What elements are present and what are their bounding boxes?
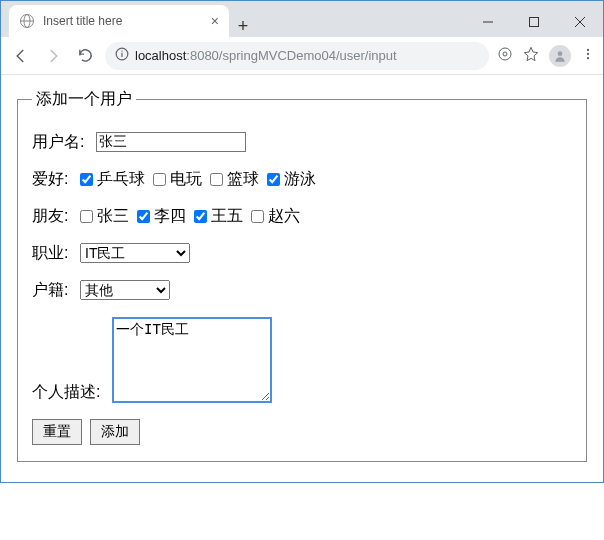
submit-button[interactable]: 添加: [90, 419, 140, 445]
friend-checkbox[interactable]: [251, 210, 264, 223]
browser-window: Insert title here × + localhost:8080/spr…: [0, 0, 604, 483]
page-content: 添加一个用户 用户名: 爱好: 乒乓球电玩篮球游泳 朋友: 张三李四王五赵六 职…: [1, 75, 603, 482]
info-icon: [115, 47, 129, 64]
origin-label: 户籍:: [32, 280, 80, 301]
url-text: localhost:8080/springMVCDemo04/user/inpu…: [135, 48, 397, 63]
address-bar[interactable]: localhost:8080/springMVCDemo04/user/inpu…: [105, 42, 489, 70]
star-icon[interactable]: [523, 46, 539, 65]
globe-icon: [19, 13, 35, 29]
button-row: 重置 添加: [32, 419, 572, 445]
maximize-button[interactable]: [511, 7, 557, 37]
user-form-fieldset: 添加一个用户 用户名: 爱好: 乒乓球电玩篮球游泳 朋友: 张三李四王五赵六 职…: [17, 89, 587, 462]
hobby-item: 电玩: [153, 169, 202, 190]
window-controls: [465, 7, 603, 37]
row-origin: 户籍: 其他: [32, 280, 572, 301]
close-window-button[interactable]: [557, 7, 603, 37]
close-icon[interactable]: ×: [211, 13, 219, 29]
username-label: 用户名:: [32, 132, 96, 153]
hobby-item: 乒乓球: [80, 169, 145, 190]
svg-point-10: [503, 52, 507, 56]
friends-group: 张三李四王五赵六: [80, 206, 304, 227]
friend-label: 赵六: [268, 206, 300, 227]
description-textarea[interactable]: [112, 317, 272, 403]
friend-label: 王五: [211, 206, 243, 227]
svg-point-14: [587, 53, 589, 55]
friend-checkbox[interactable]: [80, 210, 93, 223]
profile-avatar-icon[interactable]: [549, 45, 571, 67]
hobby-checkbox[interactable]: [267, 173, 280, 186]
origin-select[interactable]: 其他: [80, 280, 170, 300]
hobby-group: 乒乓球电玩篮球游泳: [80, 169, 320, 190]
hobby-checkbox[interactable]: [210, 173, 223, 186]
new-tab-button[interactable]: +: [229, 16, 257, 37]
hobby-label: 电玩: [170, 169, 202, 190]
svg-point-15: [587, 57, 589, 59]
friend-label: 李四: [154, 206, 186, 227]
hobby-label: 乒乓球: [97, 169, 145, 190]
username-input[interactable]: [96, 132, 246, 152]
friend-item: 李四: [137, 206, 186, 227]
job-label: 职业:: [32, 243, 80, 264]
row-job: 职业: IT民工: [32, 243, 572, 264]
hobby-item: 篮球: [210, 169, 259, 190]
back-button[interactable]: [9, 44, 33, 68]
friends-label: 朋友:: [32, 206, 80, 227]
forward-button[interactable]: [41, 44, 65, 68]
hobby-item: 游泳: [267, 169, 316, 190]
browser-tab[interactable]: Insert title here ×: [9, 5, 229, 37]
friend-item: 张三: [80, 206, 129, 227]
friend-item: 赵六: [251, 206, 300, 227]
toolbar-right: [497, 45, 595, 67]
hobby-checkbox[interactable]: [153, 173, 166, 186]
row-username: 用户名:: [32, 132, 572, 153]
tab-strip: Insert title here × +: [1, 1, 603, 37]
friend-item: 王五: [194, 206, 243, 227]
description-label: 个人描述:: [32, 382, 112, 403]
browser-toolbar: localhost:8080/springMVCDemo04/user/inpu…: [1, 37, 603, 75]
svg-point-13: [587, 49, 589, 51]
row-friends: 朋友: 张三李四王五赵六: [32, 206, 572, 227]
row-description: 个人描述:: [32, 317, 572, 403]
job-select[interactable]: IT民工: [80, 243, 190, 263]
row-hobby: 爱好: 乒乓球电玩篮球游泳: [32, 169, 572, 190]
friend-label: 张三: [97, 206, 129, 227]
svg-point-9: [121, 50, 122, 51]
minimize-button[interactable]: [465, 7, 511, 37]
hobby-label: 爱好:: [32, 169, 80, 190]
hobby-label: 游泳: [284, 169, 316, 190]
tab-title: Insert title here: [43, 14, 122, 28]
menu-icon[interactable]: [581, 47, 595, 64]
bookmarks-icon[interactable]: [497, 46, 513, 65]
svg-point-12: [558, 51, 563, 56]
svg-rect-4: [530, 18, 539, 27]
friend-checkbox[interactable]: [137, 210, 150, 223]
reload-button[interactable]: [73, 44, 97, 68]
friend-checkbox[interactable]: [194, 210, 207, 223]
svg-point-11: [499, 48, 511, 60]
form-legend: 添加一个用户: [32, 89, 136, 110]
hobby-checkbox[interactable]: [80, 173, 93, 186]
hobby-label: 篮球: [227, 169, 259, 190]
reset-button[interactable]: 重置: [32, 419, 82, 445]
